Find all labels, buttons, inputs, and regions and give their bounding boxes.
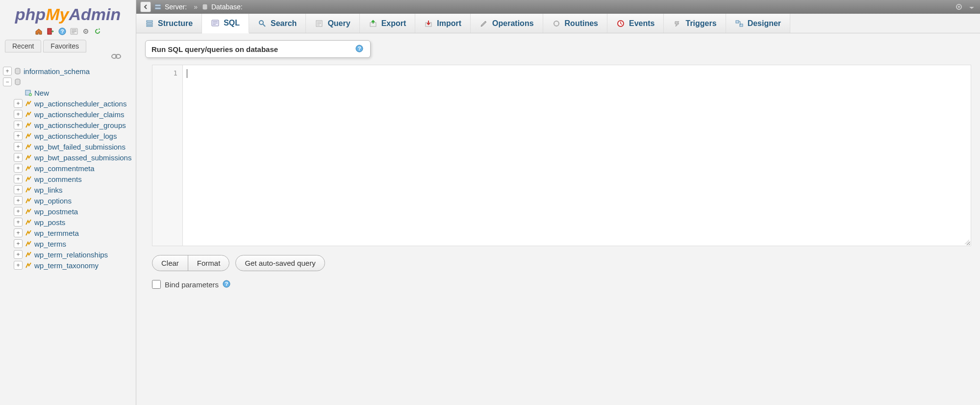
tree-table-item[interactable]: +wp_actionscheduler_groups: [14, 120, 136, 130]
sidebar-icon-row: ?: [0, 26, 136, 40]
logo-part-my: My: [46, 5, 69, 24]
tab-events[interactable]: Events: [607, 14, 664, 33]
browse-icon[interactable]: [25, 207, 32, 215]
tree-table-label: wp_termmeta: [34, 229, 79, 237]
format-button[interactable]: Format: [188, 255, 229, 271]
expand-icon[interactable]: +: [14, 164, 23, 173]
expand-icon[interactable]: +: [14, 239, 23, 248]
expand-icon[interactable]: +: [14, 175, 23, 183]
browse-icon[interactable]: [25, 132, 32, 140]
expand-icon[interactable]: +: [14, 261, 23, 270]
browse-icon[interactable]: [25, 229, 32, 237]
tab-triggers[interactable]: Triggers: [664, 14, 726, 33]
bind-parameters-row: Bind parameters ?: [152, 280, 971, 289]
tab-operations[interactable]: Operations: [471, 14, 543, 33]
expand-icon[interactable]: +: [14, 207, 23, 216]
tree-table-item[interactable]: +wp_links: [14, 184, 136, 195]
clear-format-group: Clear Format: [152, 255, 229, 271]
tree-table-label: wp_bwt_passed_submissions: [34, 153, 131, 162]
exit-icon[interactable]: [46, 27, 55, 36]
browse-icon[interactable]: [25, 100, 32, 107]
tree-db-information-schema[interactable]: + information_schema: [3, 66, 136, 76]
browse-icon[interactable]: [25, 175, 32, 183]
get-autosaved-button[interactable]: Get auto-saved query: [235, 255, 325, 271]
editor-gutter: 1: [152, 65, 183, 246]
tree-table-item[interactable]: +wp_term_taxonomy: [14, 260, 136, 271]
top-tab-bar: StructureSQLSearchQueryExportImportOpera…: [136, 14, 980, 33]
back-button[interactable]: [140, 1, 151, 12]
tab-favorites[interactable]: Favorites: [43, 40, 86, 52]
tree-new-table[interactable]: New: [14, 87, 136, 98]
tab-query[interactable]: Query: [306, 14, 359, 33]
tree-table-item[interactable]: +wp_actionscheduler_actions: [14, 98, 136, 109]
expand-icon[interactable]: +: [14, 250, 23, 259]
tree-table-item[interactable]: +wp_options: [14, 195, 136, 206]
browse-icon[interactable]: [25, 197, 32, 204]
browse-icon[interactable]: [25, 164, 32, 172]
browse-icon[interactable]: [25, 186, 32, 194]
sql-icon[interactable]: [70, 27, 78, 36]
tab-structure[interactable]: Structure: [136, 14, 202, 33]
help-icon[interactable]: ?: [223, 280, 231, 289]
tree-table-item[interactable]: +wp_term_relationships: [14, 249, 136, 260]
browse-icon[interactable]: [25, 261, 32, 269]
browse-icon[interactable]: [25, 153, 32, 161]
tree-table-item[interactable]: +wp_bwt_failed_submissions: [14, 141, 136, 152]
expand-icon[interactable]: +: [14, 218, 23, 227]
tree-table-item[interactable]: +wp_bwt_passed_submissions: [14, 152, 136, 163]
collapse-icon[interactable]: −: [3, 77, 12, 86]
tab-search[interactable]: Search: [249, 14, 306, 33]
tree-table-item[interactable]: +wp_termmeta: [14, 228, 136, 238]
browse-icon[interactable]: [25, 143, 32, 151]
tree-table-item[interactable]: +wp_comments: [14, 174, 136, 184]
browse-icon[interactable]: [25, 251, 32, 258]
gear-icon[interactable]: [955, 2, 963, 11]
browse-icon[interactable]: [25, 121, 32, 129]
expand-icon[interactable]: +: [14, 185, 23, 194]
expand-icon[interactable]: +: [3, 67, 12, 76]
tree-table-label: wp_comments: [34, 175, 82, 183]
expand-icon[interactable]: +: [14, 142, 23, 151]
tree-table-item[interactable]: +wp_commentmeta: [14, 163, 136, 174]
collapse-top-icon[interactable]: [967, 2, 976, 11]
tab-import[interactable]: Import: [415, 14, 471, 33]
browse-icon[interactable]: [25, 240, 32, 248]
tree-table-item[interactable]: +wp_terms: [14, 238, 136, 249]
expand-icon[interactable]: +: [14, 99, 23, 108]
tree-table-label: wp_terms: [34, 240, 66, 248]
tab-sql[interactable]: SQL: [202, 14, 249, 33]
editor-code-area[interactable]: [183, 65, 971, 246]
resize-handle[interactable]: [964, 239, 970, 245]
expand-icon[interactable]: +: [14, 131, 23, 140]
reload-icon[interactable]: [93, 27, 102, 36]
collapse-link-icon[interactable]: [111, 53, 121, 60]
tab-recent[interactable]: Recent: [5, 40, 41, 52]
tree-db-current[interactable]: −: [3, 76, 136, 87]
tab-routines[interactable]: Routines: [543, 14, 607, 33]
bind-parameters-checkbox[interactable]: [152, 280, 161, 289]
expand-icon[interactable]: +: [14, 196, 23, 205]
tab-export[interactable]: Export: [360, 14, 416, 33]
help-icon[interactable]: ?: [58, 27, 67, 36]
tree-table-item[interactable]: +wp_postmeta: [14, 206, 136, 217]
sql-editor[interactable]: 1: [152, 65, 971, 246]
expand-icon[interactable]: +: [14, 153, 23, 162]
browse-icon[interactable]: [25, 218, 32, 226]
expand-icon[interactable]: +: [14, 228, 23, 237]
tree-table-item[interactable]: +wp_actionscheduler_logs: [14, 130, 136, 141]
tab-designer[interactable]: Designer: [726, 14, 790, 33]
tree-table-item[interactable]: +wp_actionscheduler_claims: [14, 109, 136, 120]
home-icon[interactable]: [34, 27, 43, 36]
sql-panel-header: Run SQL query/queries on database ?: [145, 40, 371, 58]
breadcrumb-separator: »: [193, 3, 199, 11]
tree-table-label: wp_actionscheduler_groups: [34, 121, 126, 129]
expand-icon[interactable]: +: [14, 110, 23, 119]
clear-button[interactable]: Clear: [152, 255, 188, 271]
expand-icon[interactable]: +: [14, 121, 23, 129]
settings-icon[interactable]: [81, 27, 90, 36]
tree-table-label: wp_term_taxonomy: [34, 261, 99, 270]
tree-table-item[interactable]: +wp_posts: [14, 217, 136, 228]
help-icon[interactable]: ?: [355, 45, 364, 53]
logo[interactable]: phpMyAdmin: [0, 0, 136, 26]
browse-icon[interactable]: [25, 110, 32, 118]
